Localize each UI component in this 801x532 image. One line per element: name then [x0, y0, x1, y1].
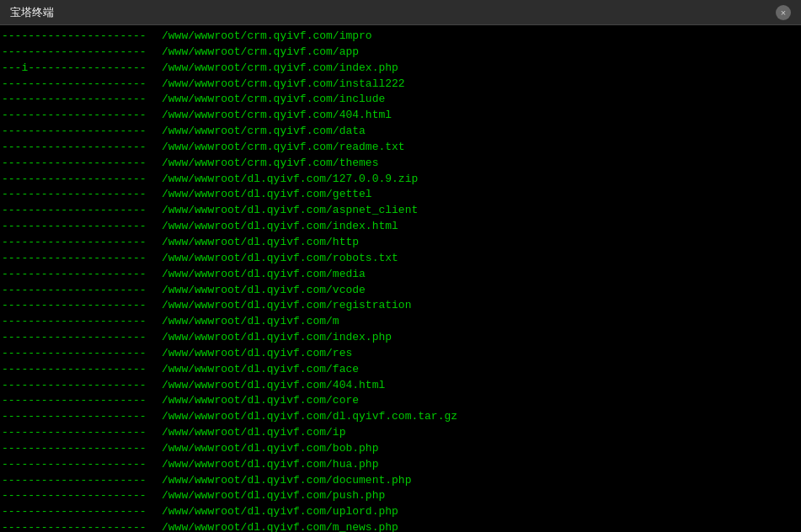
terminal-line: ----------------------/www/wwwroot/dl.qy… [2, 393, 799, 409]
line-dashes: ---------------------- [2, 504, 162, 520]
line-path: /www/wwwroot/dl.qyivf.com/index.html [162, 219, 398, 235]
line-dashes: ---------------------- [2, 219, 162, 235]
line-path: /www/wwwroot/dl.qyivf.com/document.php [162, 473, 411, 489]
terminal-line: ----------------------/www/wwwroot/crm.q… [2, 124, 799, 140]
terminal-line: ----------------------/www/wwwroot/dl.qy… [2, 362, 799, 378]
close-button[interactable]: × [776, 5, 791, 20]
line-path: /www/wwwroot/dl.qyivf.com/core [162, 393, 359, 409]
terminal-line: ----------------------/www/wwwroot/crm.q… [2, 140, 799, 156]
line-dashes: ---------------------- [2, 441, 162, 457]
line-dashes: ---------------------- [2, 251, 162, 267]
line-path: /www/wwwroot/dl.qyivf.com/404.html [162, 378, 385, 394]
line-path: /www/wwwroot/crm.qyivf.com/themes [162, 156, 378, 172]
terminal-line: ----------------------/www/wwwroot/dl.qy… [2, 219, 799, 235]
line-path: /www/wwwroot/dl.qyivf.com/robots.txt [162, 251, 398, 267]
line-dashes: ---------------------- [2, 298, 162, 314]
terminal-line: ----------------------/www/wwwroot/dl.qy… [2, 187, 799, 203]
terminal-line: ----------------------/www/wwwroot/dl.qy… [2, 330, 799, 346]
terminal-line: ----------------------/www/wwwroot/dl.qy… [2, 409, 799, 425]
terminal-line: ----------------------/www/wwwroot/crm.q… [2, 77, 799, 93]
line-path: /www/wwwroot/crm.qyivf.com/data [162, 124, 366, 140]
line-dashes: ---------------------- [2, 346, 162, 362]
line-path: /www/wwwroot/dl.qyivf.com/face [162, 362, 359, 378]
line-dashes: ---------------------- [2, 140, 162, 156]
terminal-line: ----------------------/www/wwwroot/crm.q… [2, 156, 799, 172]
line-path: /www/wwwroot/dl.qyivf.com/hua.php [162, 457, 378, 473]
line-dashes: ---------------------- [2, 235, 162, 251]
line-path: /www/wwwroot/crm.qyivf.com/install222 [162, 77, 405, 93]
line-dashes: ---------------------- [2, 393, 162, 409]
line-path: /www/wwwroot/crm.qyivf.com/impro [162, 29, 372, 45]
line-path: /www/wwwroot/dl.qyivf.com/vcode [162, 283, 366, 299]
line-dashes: ---------------------- [2, 330, 162, 346]
line-path: /www/wwwroot/dl.qyivf.com/registration [162, 298, 411, 314]
line-path: /www/wwwroot/dl.qyivf.com/ip [162, 425, 345, 441]
line-dashes: ---------------------- [2, 378, 162, 394]
line-path: /www/wwwroot/dl.qyivf.com/dl.qyivf.com.t… [162, 409, 457, 425]
terminal-line: ----------------------/www/wwwroot/dl.qy… [2, 473, 799, 489]
terminal[interactable]: ----------------------/www/wwwroot/crm.q… [0, 25, 801, 532]
terminal-line: ----------------------/www/wwwroot/dl.qy… [2, 378, 799, 394]
terminal-line: ----------------------/www/wwwroot/dl.qy… [2, 203, 799, 219]
line-path: /www/wwwroot/crm.qyivf.com/app [162, 45, 359, 61]
terminal-line: ----------------------/www/wwwroot/dl.qy… [2, 267, 799, 283]
terminal-line: ----------------------/www/wwwroot/dl.qy… [2, 441, 799, 457]
line-path: /www/wwwroot/dl.qyivf.com/media [162, 267, 366, 283]
line-dashes: ---------------------- [2, 187, 162, 203]
line-dashes: ---------------------- [2, 29, 162, 45]
terminal-line: ----------------------/www/wwwroot/dl.qy… [2, 314, 799, 330]
terminal-line: ----------------------/www/wwwroot/crm.q… [2, 108, 799, 124]
line-dashes: ---------------------- [2, 425, 162, 441]
terminal-line: ----------------------/www/wwwroot/dl.qy… [2, 520, 799, 532]
line-dashes: ---------------------- [2, 172, 162, 188]
terminal-line: ----------------------/www/wwwroot/dl.qy… [2, 488, 799, 504]
terminal-line: ----------------------/www/wwwroot/crm.q… [2, 29, 799, 45]
terminal-line: ---i------------------/www/wwwroot/crm.q… [2, 61, 799, 77]
line-dashes: ---------------------- [2, 283, 162, 299]
terminal-line: ----------------------/www/wwwroot/crm.q… [2, 92, 799, 108]
line-path: /www/wwwroot/dl.qyivf.com/m [162, 314, 339, 330]
terminal-line: ----------------------/www/wwwroot/dl.qy… [2, 298, 799, 314]
line-path: /www/wwwroot/dl.qyivf.com/gettel [162, 187, 372, 203]
line-path: /www/wwwroot/dl.qyivf.com/aspnet_client [162, 203, 418, 219]
line-dashes: ---------------------- [2, 473, 162, 489]
line-path: /www/wwwroot/dl.qyivf.com/res [162, 346, 352, 362]
line-path: /www/wwwroot/dl.qyivf.com/bob.php [162, 441, 378, 457]
line-dashes: ---------------------- [2, 124, 162, 140]
line-path: /www/wwwroot/dl.qyivf.com/index.php [162, 330, 392, 346]
line-dashes: ---------------------- [2, 520, 162, 532]
line-dashes: ---------------------- [2, 92, 162, 108]
line-dashes: ---------------------- [2, 457, 162, 473]
line-dashes: ---------------------- [2, 409, 162, 425]
line-path: /www/wwwroot/crm.qyivf.com/index.php [162, 61, 398, 77]
terminal-line: ----------------------/www/wwwroot/dl.qy… [2, 283, 799, 299]
titlebar-title: 宝塔终端 [10, 5, 54, 20]
line-dashes: ---------------------- [2, 267, 162, 283]
line-path: /www/wwwroot/crm.qyivf.com/404.html [162, 108, 392, 124]
terminal-line: ----------------------/www/wwwroot/dl.qy… [2, 346, 799, 362]
line-dashes: ---------------------- [2, 314, 162, 330]
line-dashes: ---------------------- [2, 362, 162, 378]
line-dashes: ---------------------- [2, 203, 162, 219]
line-path: /www/wwwroot/dl.qyivf.com/push.php [162, 488, 385, 504]
terminal-line: ----------------------/www/wwwroot/dl.qy… [2, 457, 799, 473]
terminal-line: ----------------------/www/wwwroot/dl.qy… [2, 251, 799, 267]
line-dashes: ---------------------- [2, 45, 162, 61]
line-path: /www/wwwroot/dl.qyivf.com/uplord.php [162, 504, 398, 520]
line-dashes: ---i------------------ [2, 61, 162, 77]
line-dashes: ---------------------- [2, 156, 162, 172]
line-path: /www/wwwroot/crm.qyivf.com/readme.txt [162, 140, 405, 156]
line-path: /www/wwwroot/dl.qyivf.com/127.0.0.9.zip [162, 172, 418, 188]
terminal-line: ----------------------/www/wwwroot/crm.q… [2, 45, 799, 61]
line-dashes: ---------------------- [2, 108, 162, 124]
terminal-line: ----------------------/www/wwwroot/dl.qy… [2, 172, 799, 188]
titlebar: 宝塔终端 × [0, 0, 801, 25]
line-dashes: ---------------------- [2, 488, 162, 504]
terminal-line: ----------------------/www/wwwroot/dl.qy… [2, 504, 799, 520]
terminal-line: ----------------------/www/wwwroot/dl.qy… [2, 425, 799, 441]
line-path: /www/wwwroot/crm.qyivf.com/include [162, 92, 385, 108]
line-path: /www/wwwroot/dl.qyivf.com/m_news.php [162, 520, 398, 532]
line-path: /www/wwwroot/dl.qyivf.com/http [162, 235, 359, 251]
terminal-line: ----------------------/www/wwwroot/dl.qy… [2, 235, 799, 251]
line-dashes: ---------------------- [2, 77, 162, 93]
